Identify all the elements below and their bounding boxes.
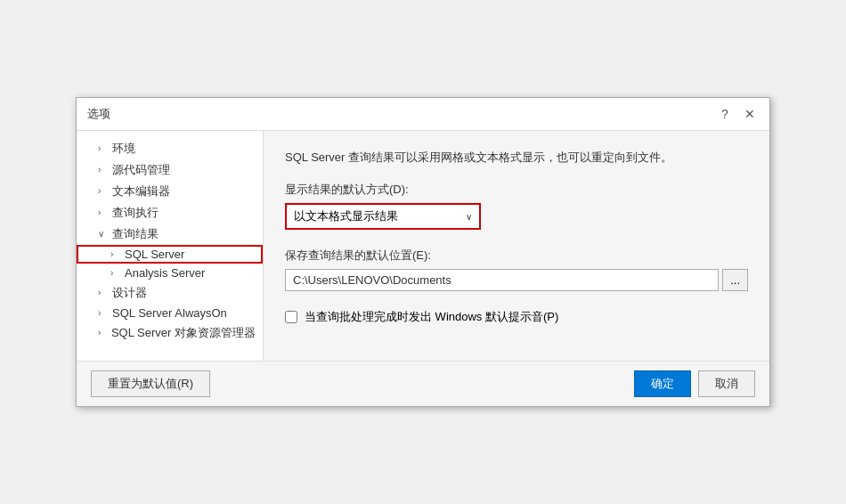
title-bar: 选项 ? ✕ [77,98,769,131]
ok-button[interactable]: 确定 [634,370,691,397]
sidebar-item-label: SQL Server AlwaysOn [112,306,227,320]
sidebar-item-analysis[interactable]: › Analysis Server [77,264,263,282]
sidebar-item-label: SQL Server [125,248,184,261]
dropdown-container: 以文本格式显示结果 ∨ [285,203,748,230]
sidebar-item-env[interactable]: › 环境 [77,138,263,159]
sidebar-item-label: 查询执行 [112,205,159,221]
dialog-footer: 重置为默认值(R) 确定 取消 [77,361,769,406]
description-text: SQL Server 查询结果可以采用网格或文本格式显示，也可以重定向到文件。 [285,149,748,167]
dialog-title: 选项 [87,106,110,122]
sidebar-item-results[interactable]: ∨ 查询结果 [77,224,263,245]
checkbox-row: 当查询批处理完成时发出 Windows 默认提示音(P) [285,309,748,325]
sidebar-item-source[interactable]: › 源代码管理 [77,159,263,181]
arrow-icon: › [98,328,110,337]
display-value: 以文本格式显示结果 [294,208,398,224]
display-label: 显示结果的默认方式(D): [285,182,748,198]
tree-panel: › 环境 › 源代码管理 › 文本编辑器 › 查询执行 ∨ 查询结果 [77,131,264,362]
chevron-down-icon: ∨ [466,212,472,222]
title-bar-controls: ? ✕ [716,105,759,123]
arrow-icon: › [98,165,110,175]
sidebar-item-label: 设计器 [112,285,147,301]
arrow-icon: › [98,288,110,297]
display-dropdown[interactable]: 以文本格式显示结果 ∨ [285,203,481,230]
sidebar-item-alwayson[interactable]: › SQL Server AlwaysOn [77,304,263,322]
reset-button[interactable]: 重置为默认值(R) [91,370,210,397]
checkbox-label: 当查询批处理完成时发出 Windows 默认提示音(P) [305,309,558,325]
path-container: ... [285,269,748,291]
right-panel: SQL Server 查询结果可以采用网格或文本格式显示，也可以重定向到文件。 … [264,131,769,362]
save-label: 保存查询结果的默认位置(E): [285,248,748,264]
sidebar-item-label: 文本编辑器 [112,183,170,199]
cancel-button[interactable]: 取消 [698,370,755,397]
options-dialog: 选项 ? ✕ › 环境 › 源代码管理 › 文本编辑器 [76,97,770,408]
save-path-input[interactable] [285,269,719,291]
sidebar-item-label: 源代码管理 [112,162,170,178]
close-button[interactable]: ✕ [741,105,759,123]
sidebar-item-sqlserver[interactable]: › SQL Server [77,245,263,264]
arrow-icon: › [98,186,110,196]
help-button[interactable]: ? [716,105,734,123]
sidebar-item-designer[interactable]: › 设计器 [77,282,263,304]
arrow-icon: › [98,143,110,153]
sidebar-item-label: 查询结果 [112,226,159,242]
windows-sound-checkbox[interactable] [285,311,297,323]
sidebar-item-label: SQL Server 对象资源管理器 [111,325,256,341]
sidebar-item-editor[interactable]: › 文本编辑器 [77,181,263,202]
sidebar-item-objectexplorer[interactable]: › SQL Server 对象资源管理器 [77,322,263,344]
arrow-icon: ∨ [98,229,110,239]
browse-button[interactable]: ... [722,269,748,291]
arrow-icon: › [110,249,123,259]
arrow-icon: › [98,207,110,217]
arrow-icon: › [98,308,110,318]
sidebar-item-label: 环境 [112,141,135,157]
sidebar-item-query[interactable]: › 查询执行 [77,202,263,224]
arrow-icon: › [110,268,123,278]
dialog-body: › 环境 › 源代码管理 › 文本编辑器 › 查询执行 ∨ 查询结果 [77,131,769,362]
sidebar-item-label: Analysis Server [125,266,205,280]
